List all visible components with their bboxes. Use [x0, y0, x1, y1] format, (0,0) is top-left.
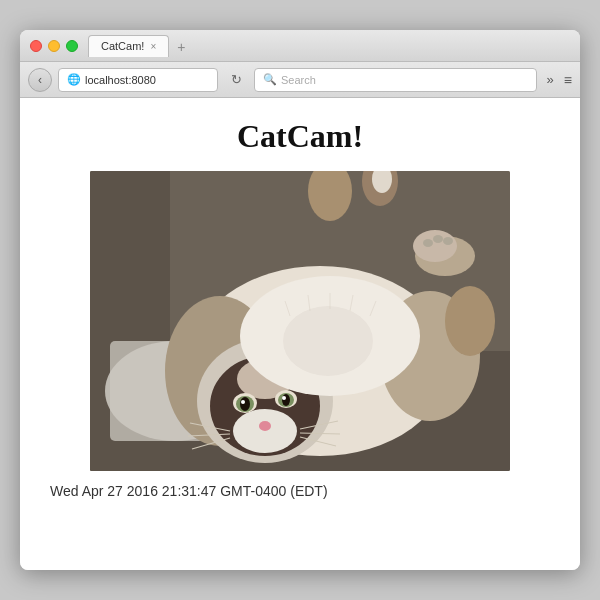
active-tab[interactable]: CatCam! ×	[88, 35, 169, 57]
maximize-button[interactable]	[66, 40, 78, 52]
svg-point-33	[433, 235, 443, 243]
refresh-button[interactable]: ↻	[224, 68, 248, 92]
svg-point-34	[443, 237, 453, 245]
tab-bar: CatCam! × +	[88, 35, 570, 57]
tab-title: CatCam!	[101, 40, 144, 52]
svg-point-18	[282, 394, 290, 406]
title-bar: CatCam! × +	[20, 30, 580, 62]
timestamp: Wed Apr 27 2016 21:31:47 GMT-0400 (EDT)	[50, 483, 328, 499]
minimize-button[interactable]	[48, 40, 60, 52]
more-button[interactable]: »	[543, 70, 558, 89]
back-icon: ‹	[38, 73, 42, 87]
close-button[interactable]	[30, 40, 42, 52]
svg-point-31	[413, 230, 457, 262]
page-title: CatCam!	[237, 118, 363, 155]
page-content: CatCam!	[20, 98, 580, 570]
svg-point-35	[445, 286, 495, 356]
svg-point-15	[241, 400, 245, 404]
search-bar[interactable]: 🔍 Search	[254, 68, 537, 92]
svg-point-37	[283, 306, 373, 376]
svg-point-14	[240, 397, 250, 411]
svg-point-19	[282, 396, 286, 400]
globe-icon: 🌐	[67, 73, 81, 86]
search-icon: 🔍	[263, 73, 277, 86]
svg-point-32	[423, 239, 433, 247]
cat-svg	[90, 171, 510, 471]
navigation-bar: ‹ 🌐 localhost:8080 ↻ 🔍 Search » ≡	[20, 62, 580, 98]
menu-button[interactable]: ≡	[564, 72, 572, 88]
cat-image	[90, 171, 510, 471]
svg-point-20	[259, 421, 271, 431]
address-bar[interactable]: 🌐 localhost:8080	[58, 68, 218, 92]
tab-close-icon[interactable]: ×	[150, 41, 156, 52]
address-text: localhost:8080	[85, 74, 156, 86]
search-placeholder: Search	[281, 74, 316, 86]
new-tab-button[interactable]: +	[173, 37, 189, 57]
back-button[interactable]: ‹	[28, 68, 52, 92]
browser-window: CatCam! × + ‹ 🌐 localhost:8080 ↻ 🔍 Searc…	[20, 30, 580, 570]
refresh-icon: ↻	[231, 72, 242, 87]
traffic-lights	[30, 40, 78, 52]
